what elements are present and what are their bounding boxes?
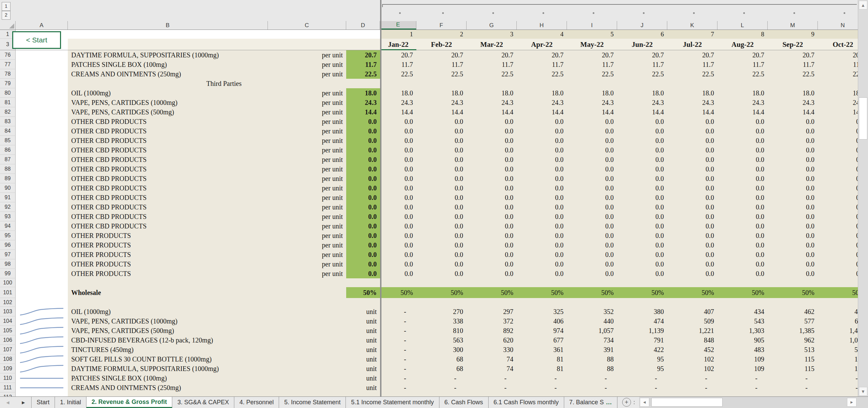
cell-C105[interactable] xyxy=(268,326,346,335)
cell-L78[interactable]: 22.5 xyxy=(717,69,768,79)
cell-J107[interactable]: 422 xyxy=(617,345,667,354)
cell-C95[interactable]: per unit xyxy=(268,231,346,240)
cell-B86[interactable]: OTHER CBD PRODUCTS xyxy=(68,145,268,155)
cell-E105[interactable]: - xyxy=(380,326,416,335)
cell-G100[interactable] xyxy=(467,278,517,287)
cell-E78[interactable]: 22.5 xyxy=(380,69,416,79)
row-header-97[interactable]: 97 xyxy=(0,250,16,259)
cell-H109[interactable]: 81 xyxy=(517,364,567,373)
cell-F81[interactable]: 24.3 xyxy=(416,98,467,107)
cell-M93[interactable]: 0.0 xyxy=(768,212,818,221)
cell-H82[interactable]: 14.4 xyxy=(517,107,567,117)
tabs-scroll-left-icon[interactable]: ◄ xyxy=(0,397,16,408)
cell-I108[interactable]: 88 xyxy=(567,354,617,364)
row-header-89[interactable]: 89 xyxy=(0,174,16,183)
cell-C90[interactable]: per unit xyxy=(268,183,346,193)
cell-I79[interactable] xyxy=(567,79,617,88)
cell-J84[interactable]: 0.0 xyxy=(617,126,667,136)
column-header-M[interactable]: M xyxy=(768,21,818,30)
cell-H81[interactable]: 24.3 xyxy=(517,98,567,107)
sheet-tab-6-cash-flows[interactable]: 6. Cash Flows xyxy=(439,397,489,408)
cell-J89[interactable]: 0.0 xyxy=(617,174,667,183)
cell-G91[interactable]: 0.0 xyxy=(467,193,517,202)
cell-L80[interactable]: 18.0 xyxy=(717,88,768,98)
cell-K83[interactable]: 0.0 xyxy=(667,117,717,126)
cell-A80[interactable] xyxy=(16,88,68,98)
cell-J77[interactable]: 11.7 xyxy=(617,60,667,69)
column-header-J[interactable]: J xyxy=(617,21,667,30)
add-sheet-button[interactable]: + xyxy=(622,398,631,407)
cell-D76[interactable]: 20.7 xyxy=(346,50,380,60)
column-header-B[interactable]: B xyxy=(68,21,268,30)
cell-E101[interactable]: 50% xyxy=(380,287,416,298)
cell-D92[interactable]: 0.0 xyxy=(346,202,380,212)
cell-B99[interactable]: OTHER PRODUCTS xyxy=(68,269,268,278)
cell-F108[interactable]: 68 xyxy=(416,354,467,364)
cell-K81[interactable]: 24.3 xyxy=(667,98,717,107)
cell-M1[interactable]: 9 xyxy=(768,30,818,39)
cell-A111[interactable] xyxy=(16,383,68,392)
row-header-76[interactable]: 76 xyxy=(0,50,16,60)
cell-I93[interactable]: 0.0 xyxy=(567,212,617,221)
cell-M96[interactable]: 0.0 xyxy=(768,240,818,250)
cell-H112[interactable] xyxy=(517,392,567,396)
cell-B83[interactable]: OTHER CBD PRODUCTS xyxy=(68,117,268,126)
cell-L89[interactable]: 0.0 xyxy=(717,174,768,183)
cell-A106[interactable] xyxy=(16,335,68,345)
cell-L95[interactable]: 0.0 xyxy=(717,231,768,240)
cell-D98[interactable]: 0.0 xyxy=(346,259,380,269)
cell-K94[interactable]: 0.0 xyxy=(667,221,717,231)
row-header-79[interactable]: 79 xyxy=(0,79,16,88)
select-all-corner[interactable] xyxy=(0,21,16,30)
cell-M95[interactable]: 0.0 xyxy=(768,231,818,240)
cell-L91[interactable]: 0.0 xyxy=(717,193,768,202)
cell-E94[interactable]: 0.0 xyxy=(380,221,416,231)
cell-A105[interactable] xyxy=(16,326,68,335)
cell-F3[interactable]: Feb-22 xyxy=(416,39,467,50)
column-header-H[interactable]: H xyxy=(517,21,567,30)
cell-G81[interactable]: 24.3 xyxy=(467,98,517,107)
cell-B105[interactable]: VAPE, PENS, CARTIDGES (500mg) xyxy=(68,326,268,335)
cell-M102[interactable] xyxy=(768,298,818,307)
cell-A78[interactable] xyxy=(16,69,68,79)
cell-A87[interactable] xyxy=(16,155,68,164)
cell-M80[interactable]: 18.0 xyxy=(768,88,818,98)
cell-J91[interactable]: 0.0 xyxy=(617,193,667,202)
cell-B91[interactable]: OTHER CBD PRODUCTS xyxy=(68,193,268,202)
cell-L84[interactable]: 0.0 xyxy=(717,126,768,136)
cell-F100[interactable] xyxy=(416,278,467,287)
sheet-tab-start[interactable]: Start xyxy=(32,397,55,408)
cell-I83[interactable]: 0.0 xyxy=(567,117,617,126)
cell-D100[interactable] xyxy=(346,278,380,287)
cell-I109[interactable]: 88 xyxy=(567,364,617,373)
row-header-90[interactable]: 90 xyxy=(0,183,16,193)
cell-E1[interactable]: 1 xyxy=(380,30,416,39)
cell-H102[interactable] xyxy=(517,298,567,307)
cell-J86[interactable]: 0.0 xyxy=(617,145,667,155)
cell-J81[interactable]: 24.3 xyxy=(617,98,667,107)
cell-E81[interactable]: 24.3 xyxy=(380,98,416,107)
cell-C97[interactable]: per unit xyxy=(268,250,346,259)
cell-I76[interactable]: 20.7 xyxy=(567,50,617,60)
cell-H100[interactable] xyxy=(517,278,567,287)
cell-E108[interactable]: - xyxy=(380,354,416,364)
cell-M84[interactable]: 0.0 xyxy=(768,126,818,136)
cell-J78[interactable]: 22.5 xyxy=(617,69,667,79)
cell-C88[interactable]: per unit xyxy=(268,164,346,174)
cell-B95[interactable]: OTHER PRODUCTS xyxy=(68,231,268,240)
cell-G95[interactable]: 0.0 xyxy=(467,231,517,240)
row-header-95[interactable]: 95 xyxy=(0,231,16,240)
cell-A102[interactable] xyxy=(16,298,68,307)
cell-L111[interactable]: - xyxy=(717,383,768,392)
cell-B79[interactable]: Third Parties xyxy=(68,79,380,88)
cell-M77[interactable]: 11.7 xyxy=(768,60,818,69)
cell-C108[interactable] xyxy=(268,354,346,364)
cell-M99[interactable]: 0.0 xyxy=(768,269,818,278)
cell-M88[interactable]: 0.0 xyxy=(768,164,818,174)
cell-L108[interactable]: 109 xyxy=(717,354,768,364)
cell-K100[interactable] xyxy=(667,278,717,287)
cell-A88[interactable] xyxy=(16,164,68,174)
cell-G1[interactable]: 3 xyxy=(467,30,517,39)
row-header-86[interactable]: 86 xyxy=(0,145,16,155)
cell-E104[interactable]: - xyxy=(380,316,416,326)
